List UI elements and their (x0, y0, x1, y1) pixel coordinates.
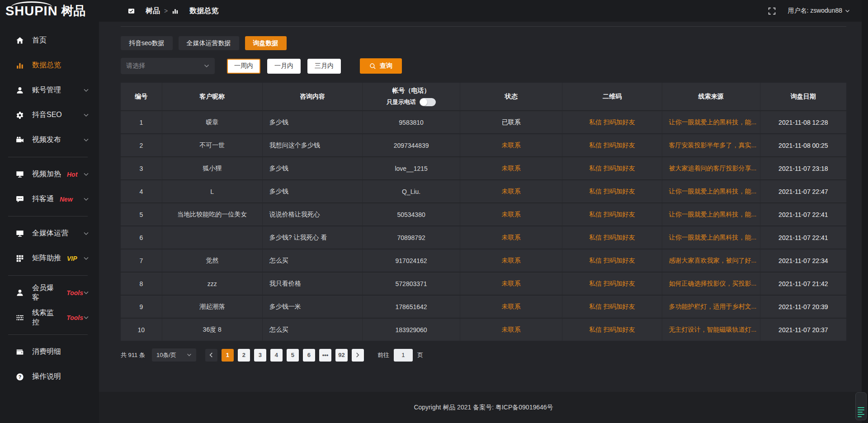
logo[interactable]: SHUPIN 树品 (0, 5, 99, 18)
goto-page-input[interactable] (394, 349, 413, 362)
page-size-select[interactable]: 10条/页 (152, 348, 196, 362)
sidebar-item-omni-media[interactable]: 全媒体运营 (0, 221, 99, 246)
sidebar-item-account-management[interactable]: 账号管理 (0, 78, 99, 103)
sidebar-item-home[interactable]: 首页 (0, 28, 99, 53)
cell-qrcode[interactable]: 私信 扫码加好友 (562, 226, 662, 249)
sidebar-item-douyin-seo[interactable]: 抖音SEO (0, 103, 99, 127)
cell-nickname (162, 226, 263, 249)
breadcrumb-home[interactable]: 树品 (128, 6, 160, 16)
chevron-down-icon (83, 257, 89, 260)
cell-nickname: 不可一世 (162, 134, 263, 157)
topbar-right: 用户名: zswodun88 (768, 7, 868, 15)
wallet-icon (15, 348, 24, 357)
cell-account: love__1215 (363, 157, 460, 180)
sidebar-item-douketong[interactable]: 抖客通New (0, 187, 99, 212)
user-icon (15, 86, 24, 95)
breadcrumb-current[interactable]: 数据总览 (172, 6, 218, 16)
page-scrollbar[interactable] (862, 0, 868, 423)
page-button-3[interactable]: 3 (254, 349, 266, 362)
page-button-6[interactable]: 6 (303, 349, 315, 362)
cell-status: 未联系 (460, 203, 562, 226)
sidebar-item-operation-guide[interactable]: ?操作说明 (0, 364, 99, 389)
sidebar-item-data-overview[interactable]: 数据总览 (0, 53, 99, 78)
cell-qrcode[interactable]: 私信 扫码加好友 (562, 319, 662, 342)
footer: Copyright 树品 2021 备案号: 粤ICP备09019646号 (99, 392, 868, 423)
date-range-one-week[interactable]: 一周内 (227, 59, 260, 74)
cell-status: 未联系 (460, 226, 562, 249)
cell-qrcode[interactable]: 私信 扫码加好友 (562, 273, 662, 296)
page-button-4[interactable]: 4 (270, 349, 283, 362)
cell-source[interactable]: 让你一眼就爱上的黑科技，能... (662, 226, 760, 249)
page-button-2[interactable]: 2 (238, 349, 250, 362)
column-header-5: 二维码 (562, 83, 662, 111)
sidebar-item-consume-detail[interactable]: 消费明细 (0, 339, 99, 364)
sidebar-item-video-publish[interactable]: 视频发布 (0, 127, 99, 152)
cell-id: 2 (121, 134, 162, 157)
cell-source[interactable]: 多功能护栏灯，适用于乡村文... (662, 296, 760, 319)
cell-id: 5 (121, 203, 162, 226)
filter-select[interactable]: 请选择 (121, 58, 215, 74)
tab-inquiry-data[interactable]: 询盘数据 (245, 36, 287, 50)
sidebar-item-label: 视频加热 (32, 169, 61, 179)
cell-account: 917024162 (363, 249, 460, 273)
cell-source[interactable]: 让你一眼就爱上的黑科技，能... (662, 203, 760, 226)
sidebar-item-video-heat[interactable]: 视频加热Hot (0, 162, 99, 187)
sidebar-item-label: 抖客通 (32, 194, 54, 204)
sidebar-item-label: 全媒体运营 (32, 229, 68, 238)
cell-source[interactable]: 被大家追着问的客厅投影分享... (662, 157, 760, 180)
cell-source[interactable]: 感谢大家喜欢我家，被问了好... (662, 249, 760, 273)
date-range-group: 一周内一月内三月内 (215, 59, 341, 74)
cell-content: 说说价格让我死心 (263, 203, 363, 226)
page-button-92[interactable]: 92 (335, 349, 348, 362)
cell-source[interactable]: 客厅安装投影半年多了，真实... (662, 134, 760, 157)
fullscreen-icon[interactable] (768, 7, 776, 15)
cell-id: 3 (121, 157, 162, 180)
sidebar-item-lead-monitor[interactable]: 线索监控Tools (0, 305, 99, 330)
chevron-down-icon (83, 232, 89, 235)
cell-date: 2021-11-07 22:41 (760, 226, 846, 249)
sidebar-item-member-burst[interactable]: 会员爆客Tools (0, 280, 99, 305)
floating-widget[interactable] (855, 392, 867, 420)
sidebar-divider (8, 275, 88, 276)
pagination: 共 911 条 10条/页 123456•••92 前往 页 (121, 348, 846, 362)
sidebar-item-label: 操作说明 (32, 372, 61, 381)
column-header-1: 客户昵称 (162, 83, 263, 111)
cell-qrcode[interactable]: 私信 扫码加好友 (562, 203, 662, 226)
cell-source[interactable]: 让你一眼就爱上的黑科技，能... (662, 180, 760, 203)
column-header-0: 编号 (121, 83, 162, 111)
prev-page-button[interactable] (205, 349, 217, 362)
cell-qrcode[interactable]: 私信 扫码加好友 (562, 249, 662, 273)
page-ellipsis[interactable]: ••• (319, 349, 331, 362)
inquiry-table: 编号客户昵称咨询内容帐号（电话）只显示电话状态二维码线索来源询盘日期1暧章多少钱… (121, 83, 846, 342)
phone-only-toggle[interactable] (420, 98, 436, 106)
column-header-3: 帐号（电话）只显示电话 (363, 83, 460, 111)
page-button-1[interactable]: 1 (222, 349, 234, 362)
sidebar-item-matrix-boost[interactable]: 矩阵助推VIP (0, 246, 99, 271)
cell-source[interactable]: 无主灯设计，智能磁吸轨道灯... (662, 319, 760, 342)
cell-qrcode[interactable]: 私信 扫码加好友 (562, 134, 662, 157)
cell-date: 2021-11-07 22:47 (760, 180, 846, 203)
cell-source[interactable]: 如何正确选择投影仪，买投影... (662, 273, 760, 296)
cell-qrcode[interactable]: 私信 扫码加好友 (562, 157, 662, 180)
cell-nickname: 当地比较能吃的一位美女 (162, 203, 263, 226)
date-range-one-month[interactable]: 一月内 (267, 59, 301, 74)
cell-date: 2021-11-07 21:42 (760, 273, 846, 296)
chevron-down-icon (187, 353, 192, 357)
query-button[interactable]: 查询 (360, 58, 402, 74)
cell-qrcode[interactable]: 私信 扫码加好友 (562, 111, 662, 134)
tab-douyin-seo-data[interactable]: 抖音seo数据 (121, 36, 173, 50)
tab-omni-media-data[interactable]: 全媒体运营数据 (179, 36, 239, 50)
page-button-5[interactable]: 5 (287, 349, 299, 362)
cell-qrcode[interactable]: 私信 扫码加好友 (562, 180, 662, 203)
date-range-three-months[interactable]: 三月内 (307, 59, 341, 74)
user-menu[interactable]: 用户名: zswodun88 (788, 7, 850, 15)
cell-source[interactable]: 让你一眼就爱上的黑科技，能... (662, 111, 760, 134)
sidebar-item-badge: Tools (66, 314, 83, 321)
cell-id: 6 (121, 226, 162, 249)
search-icon (369, 63, 376, 70)
cell-qrcode[interactable]: 私信 扫码加好友 (562, 296, 662, 319)
breadcrumb-current-label: 数据总览 (189, 6, 218, 16)
sidebar-item-badge: Tools (66, 289, 83, 296)
next-page-button[interactable] (352, 349, 364, 362)
display-icon (15, 170, 24, 179)
